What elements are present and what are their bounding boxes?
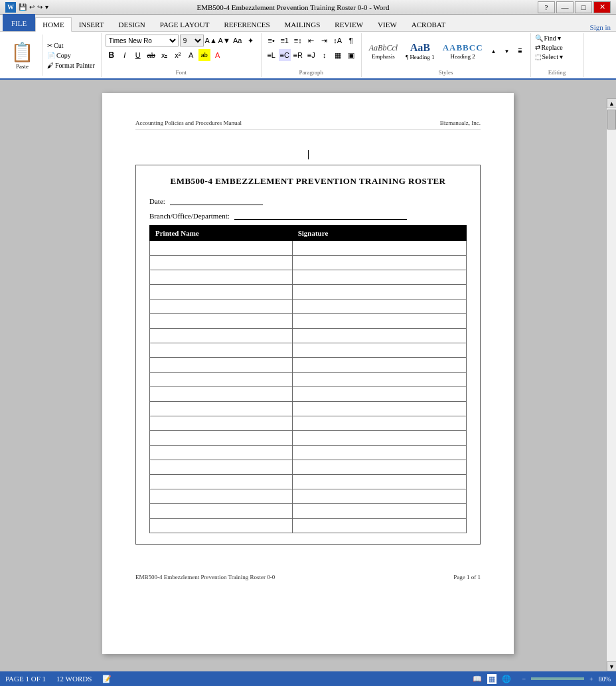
name-cell[interactable] <box>150 519 293 533</box>
zoom-slider[interactable] <box>531 677 584 680</box>
tab-file[interactable]: FILE <box>3 14 35 31</box>
borders-button[interactable]: ▣ <box>345 49 357 61</box>
name-cell[interactable] <box>150 256 293 270</box>
name-cell[interactable] <box>150 300 293 314</box>
name-cell[interactable] <box>150 285 293 300</box>
name-cell[interactable] <box>150 416 293 431</box>
signature-cell[interactable] <box>292 431 466 446</box>
sign-in-button[interactable]: Sign in <box>590 23 616 31</box>
name-cell[interactable] <box>150 446 293 460</box>
strikethrough-button[interactable]: ab <box>145 49 157 61</box>
tab-review[interactable]: REVIEW <box>327 17 370 31</box>
italic-button[interactable]: I <box>119 49 131 61</box>
signature-cell[interactable] <box>292 373 466 387</box>
name-cell[interactable] <box>150 373 293 387</box>
quick-access-undo[interactable]: ↩ <box>29 3 35 11</box>
font-size-select[interactable]: 9 <box>180 35 204 46</box>
signature-cell[interactable] <box>292 489 466 504</box>
close-button[interactable]: ✕ <box>593 1 611 13</box>
underline-button[interactable]: U <box>132 49 144 61</box>
branch-input-line[interactable] <box>234 211 407 220</box>
increase-indent-button[interactable]: ⇥ <box>319 35 331 46</box>
select-button[interactable]: ⬚ Select ▾ <box>535 53 564 60</box>
signature-cell[interactable] <box>292 300 466 314</box>
multilevel-list-button[interactable]: ≡↕ <box>292 35 304 46</box>
style-heading1[interactable]: AaB ¶ Heading 1 <box>402 40 438 62</box>
zoom-out-button[interactable]: − <box>522 675 526 683</box>
signature-cell[interactable] <box>292 270 466 285</box>
signature-cell[interactable] <box>292 402 466 416</box>
justify-button[interactable]: ≡J <box>305 49 317 61</box>
line-spacing-button[interactable]: ↕ <box>319 49 331 61</box>
tab-page-layout[interactable]: PAGE LAYOUT <box>153 17 217 31</box>
signature-cell[interactable] <box>292 241 466 256</box>
web-layout-button[interactable]: 🌐 <box>502 675 511 683</box>
numbering-button[interactable]: ≡1 <box>279 35 291 46</box>
minimize-button[interactable]: — <box>556 1 574 13</box>
change-case-button[interactable]: Aa <box>232 35 244 46</box>
name-cell[interactable] <box>150 431 293 446</box>
name-cell[interactable] <box>150 241 293 256</box>
name-cell[interactable] <box>150 504 293 519</box>
name-cell[interactable] <box>150 270 293 285</box>
sort-button[interactable]: ↕A <box>332 35 344 46</box>
read-mode-button[interactable]: 📖 <box>473 675 482 683</box>
bold-button[interactable]: B <box>106 49 117 61</box>
signature-cell[interactable] <box>292 329 466 343</box>
signature-cell[interactable] <box>292 314 466 329</box>
show-hide-button[interactable]: ¶ <box>345 35 357 46</box>
bullets-button[interactable]: ≡• <box>266 35 277 46</box>
signature-cell[interactable] <box>292 416 466 431</box>
tab-acrobat[interactable]: ACROBAT <box>404 17 453 31</box>
zoom-level[interactable]: 80% <box>599 675 611 683</box>
tab-mailings[interactable]: MAILINGS <box>277 17 328 31</box>
grow-font-button[interactable]: A▲ <box>205 35 217 46</box>
quick-access-save[interactable]: 💾 <box>19 3 27 11</box>
proofing-icon[interactable]: 📝 <box>102 675 112 683</box>
signature-cell[interactable] <box>292 460 466 475</box>
signature-cell[interactable] <box>292 446 466 460</box>
signature-cell[interactable] <box>292 475 466 489</box>
vertical-scrollbar[interactable]: ▲ ▼ <box>606 98 616 671</box>
name-cell[interactable] <box>150 475 293 489</box>
cut-button[interactable]: ✂ Cut <box>45 41 97 50</box>
scroll-down-arrow[interactable]: ▼ <box>607 661 616 671</box>
styles-scroll-down[interactable]: ▼ <box>501 45 513 57</box>
text-effects-button[interactable]: A <box>185 49 197 61</box>
align-left-button[interactable]: ≡L <box>266 49 277 61</box>
signature-cell[interactable] <box>292 256 466 270</box>
name-cell[interactable] <box>150 358 293 373</box>
align-center-button[interactable]: ≡C <box>279 49 291 61</box>
shrink-font-button[interactable]: A▼ <box>218 35 230 46</box>
help-button[interactable]: ? <box>538 1 555 13</box>
shading-button[interactable]: ▦ <box>332 49 344 61</box>
signature-cell[interactable] <box>292 387 466 402</box>
scroll-track[interactable] <box>607 131 616 661</box>
zoom-in-button[interactable]: + <box>589 675 593 683</box>
name-cell[interactable] <box>150 460 293 475</box>
tab-view[interactable]: VIEW <box>370 17 404 31</box>
signature-cell[interactable] <box>292 358 466 373</box>
style-emphasis[interactable]: AaBbCcl Emphasis <box>366 41 401 62</box>
find-button[interactable]: 🔍 Find ▾ <box>535 35 561 42</box>
copy-button[interactable]: 📄 Copy <box>45 51 97 60</box>
tab-insert[interactable]: INSERT <box>72 17 112 31</box>
style-heading2[interactable]: AABBCC Heading 2 <box>439 41 487 62</box>
clear-formatting-button[interactable]: ✦ <box>245 35 257 46</box>
quick-access-redo[interactable]: ↪ <box>37 3 42 11</box>
highlight-button[interactable]: ab <box>198 49 210 61</box>
date-input-line[interactable] <box>170 196 263 205</box>
name-cell[interactable] <box>150 343 293 358</box>
styles-scroll-up[interactable]: ▲ <box>488 45 500 57</box>
signature-cell[interactable] <box>292 519 466 533</box>
replace-button[interactable]: ⇄ Replace <box>535 44 563 51</box>
name-cell[interactable] <box>150 402 293 416</box>
paste-button[interactable]: 📋 Paste <box>7 40 38 71</box>
name-cell[interactable] <box>150 314 293 329</box>
tab-design[interactable]: DESIGN <box>111 17 152 31</box>
font-name-select[interactable]: Times New Ro <box>106 35 179 46</box>
decrease-indent-button[interactable]: ⇤ <box>305 35 317 46</box>
signature-cell[interactable] <box>292 285 466 300</box>
print-layout-button[interactable]: ▦ <box>487 674 497 684</box>
superscript-button[interactable]: x² <box>172 49 184 61</box>
